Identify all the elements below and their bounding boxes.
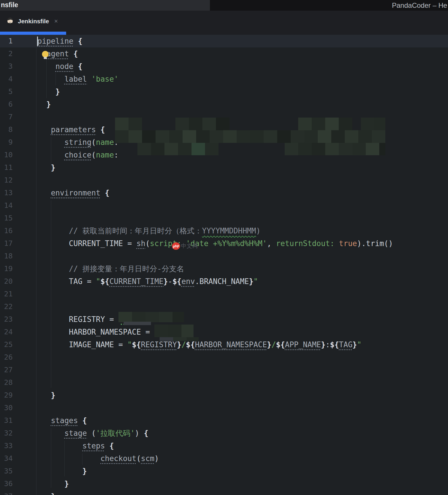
code-line[interactable]: 18 bbox=[0, 250, 448, 262]
code-line[interactable]: 10 choice(name: bbox=[0, 149, 448, 161]
code-line[interactable]: 7 bbox=[0, 111, 448, 123]
code-line[interactable]: 19 // 拼接变量：年月日时分-分支名 bbox=[0, 262, 448, 275]
line-number[interactable]: 5 bbox=[0, 85, 13, 98]
line-number[interactable]: 33 bbox=[0, 440, 13, 452]
tab-bar: Jenkinsfile × bbox=[0, 11, 448, 35]
window-titlebar: nsfile PandaCoder – He bbox=[0, 0, 448, 11]
code-line[interactable]: 33 steps { bbox=[0, 440, 448, 452]
line-number[interactable]: 13 bbox=[0, 187, 13, 199]
code-text: CURRENT_TIME = sh(script: 'date +%Y%m%d%… bbox=[37, 237, 393, 250]
code-text: stages { bbox=[37, 414, 87, 427]
line-number[interactable]: 30 bbox=[0, 402, 13, 414]
code-text: parameters { bbox=[37, 123, 105, 136]
line-number[interactable]: 31 bbox=[0, 414, 13, 427]
window-title-project: PandaCoder – He bbox=[392, 1, 447, 9]
code-line[interactable]: 36 } bbox=[0, 477, 448, 490]
code-text: stage ('拉取代码') { bbox=[37, 427, 148, 440]
line-number[interactable]: 32 bbox=[0, 427, 13, 440]
line-number[interactable]: 22 bbox=[0, 300, 13, 313]
code-text: steps { bbox=[37, 440, 114, 452]
bulb-base-line bbox=[44, 57, 47, 58]
code-text: string(name: bbox=[37, 136, 118, 149]
code-line[interactable]: 34 checkout(scm) bbox=[0, 452, 448, 465]
code-text: // 拼接变量：年月日时分-分支名 bbox=[37, 262, 184, 275]
line-number[interactable]: 10 bbox=[0, 149, 13, 161]
active-tab-indicator bbox=[0, 32, 66, 35]
code-lines: 1pipeline {2 agent {3 node {4 label 'bas… bbox=[0, 35, 448, 495]
code-text: } bbox=[37, 161, 55, 174]
code-line[interactable]: 27 bbox=[0, 364, 448, 376]
code-line[interactable]: 24 HARBOR_NAMESPACE = bbox=[0, 326, 448, 338]
line-number[interactable]: 34 bbox=[0, 452, 13, 465]
code-text: REGISTRY = bbox=[37, 313, 118, 326]
line-number[interactable]: 21 bbox=[0, 288, 13, 300]
editor[interactable]: 1pipeline {2 agent {3 node {4 label 'bas… bbox=[0, 35, 448, 495]
code-line[interactable]: 31 stages { bbox=[0, 414, 448, 427]
code-line[interactable]: 23 REGISTRY = bbox=[0, 313, 448, 326]
code-line[interactable]: 30 bbox=[0, 402, 448, 414]
line-number[interactable]: 6 bbox=[0, 98, 13, 111]
line-number[interactable]: 28 bbox=[0, 376, 13, 389]
line-number[interactable]: 25 bbox=[0, 338, 13, 351]
line-number[interactable]: 17 bbox=[0, 237, 13, 250]
code-line[interactable]: 3 node { bbox=[0, 60, 448, 73]
code-line[interactable]: 17 CURRENT_TIME = sh(script: 'date +%Y%m… bbox=[0, 237, 448, 250]
tab-jenkinsfile[interactable]: Jenkinsfile × bbox=[0, 11, 65, 32]
code-line[interactable]: 15 bbox=[0, 212, 448, 225]
close-icon[interactable]: × bbox=[54, 18, 58, 25]
code-text: } bbox=[37, 98, 51, 111]
line-number[interactable]: 7 bbox=[0, 111, 13, 123]
line-number[interactable]: 24 bbox=[0, 326, 13, 338]
code-line[interactable]: 16 // 获取当前时间：年月日时分（格式：YYYYMMDDHHMM) bbox=[0, 225, 448, 237]
line-number[interactable]: 1 bbox=[0, 35, 13, 47]
line-number[interactable]: 20 bbox=[0, 275, 13, 288]
code-line[interactable]: 20 TAG = "${CURRENT_TIME}-${env.BRANCH_N… bbox=[0, 275, 448, 288]
line-number[interactable]: 4 bbox=[0, 73, 13, 85]
code-line[interactable]: 37 } bbox=[0, 490, 448, 495]
code-line[interactable]: 29 } bbox=[0, 389, 448, 402]
line-number[interactable]: 29 bbox=[0, 389, 13, 402]
code-line[interactable]: 22 bbox=[0, 300, 448, 313]
line-number[interactable]: 8 bbox=[0, 123, 13, 136]
code-line[interactable]: 12 bbox=[0, 174, 448, 187]
code-line[interactable]: 25 IMAGE_NAME = "${REGISTRY}/${HARBOR_NA… bbox=[0, 338, 448, 351]
line-number[interactable]: 15 bbox=[0, 212, 13, 225]
line-number[interactable]: 18 bbox=[0, 250, 13, 262]
line-number[interactable]: 19 bbox=[0, 262, 13, 275]
code-line[interactable]: 4 label 'base' bbox=[0, 73, 448, 85]
code-line[interactable]: 1pipeline { bbox=[0, 35, 448, 47]
line-number[interactable]: 9 bbox=[0, 136, 13, 149]
line-number[interactable]: 35 bbox=[0, 465, 13, 477]
code-line[interactable]: 9 string(name: bbox=[0, 136, 448, 149]
line-number[interactable]: 2 bbox=[0, 47, 13, 60]
code-line[interactable]: 21 bbox=[0, 288, 448, 300]
line-number[interactable]: 27 bbox=[0, 364, 13, 376]
line-number[interactable]: 26 bbox=[0, 351, 13, 364]
intention-bulb-icon[interactable] bbox=[42, 51, 49, 59]
line-number[interactable]: 3 bbox=[0, 60, 13, 73]
line-number[interactable]: 23 bbox=[0, 313, 13, 326]
line-number[interactable]: 11 bbox=[0, 161, 13, 174]
code-line[interactable]: 5 } bbox=[0, 85, 448, 98]
code-line[interactable]: 14 bbox=[0, 199, 448, 212]
code-line[interactable]: 13 environment { bbox=[0, 187, 448, 199]
code-line[interactable]: 32 stage ('拉取代码') { bbox=[0, 427, 448, 440]
line-number[interactable]: 14 bbox=[0, 199, 13, 212]
line-number[interactable]: 12 bbox=[0, 174, 13, 187]
code-line[interactable]: 11 } bbox=[0, 161, 448, 174]
code-text: } bbox=[37, 389, 55, 402]
line-number[interactable]: 36 bbox=[0, 477, 13, 490]
bulb-glass bbox=[42, 51, 49, 57]
code-line[interactable]: 26 bbox=[0, 351, 448, 364]
code-line[interactable]: 6 } bbox=[0, 98, 448, 111]
code-line[interactable]: 8 parameters { bbox=[0, 123, 448, 136]
code-text: TAG = "${CURRENT_TIME}-${env.BRANCH_NAME… bbox=[37, 275, 258, 288]
bulb-base-line bbox=[44, 58, 47, 59]
code-text: choice(name: bbox=[37, 149, 118, 161]
code-line[interactable]: 2 agent { bbox=[0, 47, 448, 60]
line-number[interactable]: 16 bbox=[0, 225, 13, 237]
line-number[interactable]: 37 bbox=[0, 490, 13, 495]
code-text: } bbox=[37, 85, 60, 98]
code-line[interactable]: 35 } bbox=[0, 465, 448, 477]
code-line[interactable]: 28 bbox=[0, 376, 448, 389]
